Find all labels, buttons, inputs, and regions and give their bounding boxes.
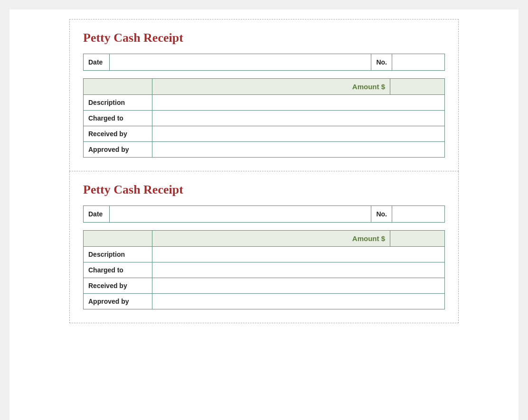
table-row: Charged to: [84, 262, 445, 278]
receipt-1-date-input[interactable]: [110, 54, 371, 70]
receipt-2-header-amount-box: [390, 231, 445, 247]
receipt-2-no-label: No.: [371, 206, 392, 222]
receipt-1-description-value: [152, 95, 445, 111]
receipt-2-received-label: Received by: [84, 278, 152, 294]
receipt-2-date-input[interactable]: [110, 206, 371, 222]
receipt-2-no-input[interactable]: [392, 206, 444, 222]
receipt-2-charged-label: Charged to: [84, 262, 152, 278]
receipt-1-no-label: No.: [371, 54, 392, 70]
receipt-1-header-row: Amount $: [84, 79, 445, 95]
receipt-2: Petty Cash Receipt Date No. Amount $ Des…: [69, 171, 459, 323]
receipt-2-date-label: Date: [84, 206, 110, 222]
receipt-1-table: Amount $ Description Charged to Received…: [83, 78, 445, 158]
receipt-2-header-row: Amount $: [84, 231, 445, 247]
receipt-1-header-amount-box: [390, 79, 445, 95]
receipt-1: Petty Cash Receipt Date No. Amount $ Des…: [69, 19, 459, 171]
receipt-1-title: Petty Cash Receipt: [83, 31, 445, 45]
receipt-1-received-label: Received by: [84, 126, 152, 142]
receipt-2-approved-label: Approved by: [84, 294, 152, 309]
receipt-2-description-value: [152, 247, 445, 262]
receipt-2-charged-value: [152, 262, 445, 278]
receipt-1-approved-value: [152, 142, 445, 158]
receipt-2-header-left: [84, 231, 152, 247]
receipt-2-table: Amount $ Description Charged to Received…: [83, 230, 445, 309]
receipt-2-description-label: Description: [84, 247, 152, 262]
receipt-1-charged-label: Charged to: [84, 111, 152, 126]
receipt-2-approved-value: [152, 294, 445, 309]
receipt-2-title: Petty Cash Receipt: [83, 183, 445, 197]
receipt-1-header-amount: Amount $: [152, 79, 390, 95]
receipt-1-charged-value: [152, 111, 445, 126]
table-row: Received by: [84, 278, 445, 294]
receipt-1-header-left: [84, 79, 152, 95]
page-container: Petty Cash Receipt Date No. Amount $ Des…: [9, 9, 519, 420]
table-row: Approved by: [84, 294, 445, 309]
receipt-1-date-label: Date: [84, 54, 110, 70]
table-row: Approved by: [84, 142, 445, 158]
receipt-1-no-input[interactable]: [392, 54, 444, 70]
table-row: Received by: [84, 126, 445, 142]
receipt-1-received-value: [152, 126, 445, 142]
receipt-1-description-label: Description: [84, 95, 152, 111]
receipt-2-date-row: Date No.: [83, 205, 445, 223]
receipt-1-date-row: Date No.: [83, 54, 445, 71]
receipt-1-approved-label: Approved by: [84, 142, 152, 158]
receipt-2-header-amount: Amount $: [152, 231, 390, 247]
receipt-2-received-value: [152, 278, 445, 294]
table-row: Charged to: [84, 111, 445, 126]
table-row: Description: [84, 95, 445, 111]
table-row: Description: [84, 247, 445, 262]
